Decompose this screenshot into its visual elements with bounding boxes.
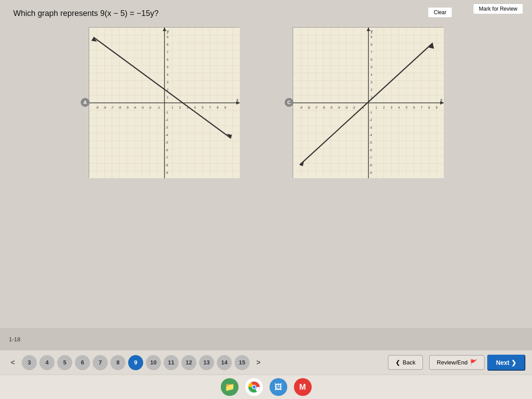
svg-text:-6: -6 (369, 149, 372, 152)
review-end-button[interactable]: Review/End 🚩 (429, 355, 484, 370)
svg-text:4: 4 (194, 106, 196, 109)
clear-button[interactable]: Clear (428, 7, 452, 18)
svg-text:4: 4 (371, 73, 372, 76)
svg-text:7: 7 (209, 106, 211, 109)
next-chevron-icon: ❯ (511, 359, 516, 366)
review-label: Review/End (437, 359, 467, 366)
svg-text:-5: -5 (369, 141, 372, 144)
svg-text:-7: -7 (111, 106, 113, 109)
svg-text:4: 4 (398, 106, 400, 109)
svg-text:-9: -9 (96, 106, 98, 109)
graph-c-label: C (285, 98, 293, 107)
svg-text:-4: -4 (165, 133, 168, 137)
svg-text:-5: -5 (165, 141, 168, 144)
taskbar: 📁 🖼 M (0, 375, 532, 399)
next-label: Next (496, 359, 509, 366)
svg-text:5: 5 (167, 66, 168, 69)
svg-text:-4: -4 (337, 106, 340, 109)
nav-page-14[interactable]: 14 (217, 355, 232, 370)
svg-text:-9: -9 (369, 171, 372, 174)
svg-text:8: 8 (217, 106, 219, 109)
taskbar-gallery-icon[interactable]: 🖼 (270, 378, 287, 396)
svg-text:2: 2 (371, 88, 372, 91)
nav-page-7[interactable]: 7 (93, 355, 108, 370)
nav-bar: < 3 4 5 6 7 8 9 10 11 12 13 14 15 > ❮ Ba… (0, 350, 532, 375)
svg-text:6: 6 (413, 106, 415, 109)
svg-text:8: 8 (428, 106, 430, 109)
graph-a-wrapper[interactable]: A (89, 27, 239, 178)
bottom-bar: 1-18 (0, 328, 532, 350)
nav-page-4[interactable]: 4 (39, 355, 55, 370)
taskbar-chrome-icon[interactable] (245, 378, 263, 396)
svg-text:-8: -8 (103, 106, 106, 109)
svg-text:-2: -2 (165, 118, 168, 121)
svg-text:3: 3 (167, 81, 168, 84)
svg-text:-2: -2 (369, 118, 372, 121)
svg-text:9: 9 (371, 35, 372, 39)
svg-text:9: 9 (167, 35, 168, 39)
nav-page-13[interactable]: 13 (199, 355, 214, 370)
mark-review-button[interactable]: Mark for Review (473, 4, 523, 14)
svg-text:6: 6 (167, 58, 168, 61)
svg-text:-4: -4 (133, 106, 136, 109)
svg-text:7: 7 (421, 106, 422, 109)
svg-text:2: 2 (383, 106, 385, 109)
svg-text:-5: -5 (126, 106, 129, 109)
nav-page-3[interactable]: 3 (22, 355, 37, 370)
svg-text:-4: -4 (369, 133, 372, 137)
svg-text:2: 2 (179, 106, 181, 109)
svg-text:-3: -3 (141, 106, 144, 109)
svg-text:x: x (440, 98, 442, 102)
svg-text:7: 7 (371, 51, 372, 54)
svg-text:-1: -1 (369, 111, 372, 114)
taskbar-files-icon[interactable]: 📁 (221, 378, 239, 396)
svg-text:-8: -8 (307, 106, 310, 109)
graph-a-svg: y x -9 -8 -7 -6 -5 -4 -3 -2 -1 1 2 (89, 27, 240, 178)
svg-text:1: 1 (172, 106, 173, 109)
svg-text:-6: -6 (322, 106, 325, 109)
nav-page-12[interactable]: 12 (181, 355, 196, 370)
svg-text:8: 8 (167, 43, 168, 46)
svg-text:5: 5 (202, 106, 203, 109)
svg-text:-9: -9 (300, 106, 302, 109)
svg-text:-1: -1 (157, 106, 160, 109)
svg-text:-3: -3 (165, 126, 168, 129)
next-page-arrow-button[interactable]: > (252, 355, 265, 370)
question-number: 1-18 (9, 336, 20, 343)
svg-text:6: 6 (371, 58, 372, 61)
svg-text:7: 7 (167, 51, 168, 54)
back-chevron-icon: ❮ (395, 359, 400, 366)
nav-page-5[interactable]: 5 (57, 355, 72, 370)
flag-icon: 🚩 (470, 359, 477, 366)
graph-c-canvas: y x -9 -8 -7 -6 -5 -4 -3 -2 -1 1 2 3 4 (293, 27, 443, 178)
svg-text:-2: -2 (149, 106, 151, 109)
nav-page-11[interactable]: 11 (164, 355, 179, 370)
svg-text:x: x (236, 98, 239, 102)
nav-page-6[interactable]: 6 (75, 355, 90, 370)
svg-text:y: y (371, 29, 373, 34)
next-button[interactable]: Next ❯ (487, 355, 525, 371)
nav-page-9[interactable]: 9 (128, 355, 143, 370)
nav-page-15[interactable]: 15 (235, 355, 250, 370)
svg-text:9: 9 (436, 106, 438, 109)
svg-text:-7: -7 (369, 156, 372, 159)
graph-a-canvas: y x -9 -8 -7 -6 -5 -4 -3 -2 -1 1 2 (89, 27, 239, 178)
prev-arrow-button[interactable]: < (7, 355, 19, 370)
svg-text:3: 3 (391, 106, 392, 109)
svg-text:-1: -1 (165, 111, 168, 114)
svg-text:y: y (167, 29, 169, 34)
svg-text:-6: -6 (165, 149, 168, 152)
main-content: Clear Mark for Review Which graph repres… (0, 0, 532, 346)
svg-text:-5: -5 (330, 106, 332, 109)
svg-text:-3: -3 (345, 106, 348, 109)
nav-page-10[interactable]: 10 (146, 355, 161, 370)
back-button[interactable]: ❮ Back (388, 355, 423, 370)
svg-text:-2: -2 (352, 106, 355, 109)
taskbar-mail-icon[interactable]: M (294, 378, 312, 396)
svg-text:5: 5 (406, 106, 407, 109)
svg-text:-6: -6 (118, 106, 121, 109)
back-label: Back (403, 359, 415, 366)
svg-text:-7: -7 (165, 156, 168, 159)
graph-c-wrapper[interactable]: C (293, 27, 443, 178)
nav-page-8[interactable]: 8 (110, 355, 125, 370)
